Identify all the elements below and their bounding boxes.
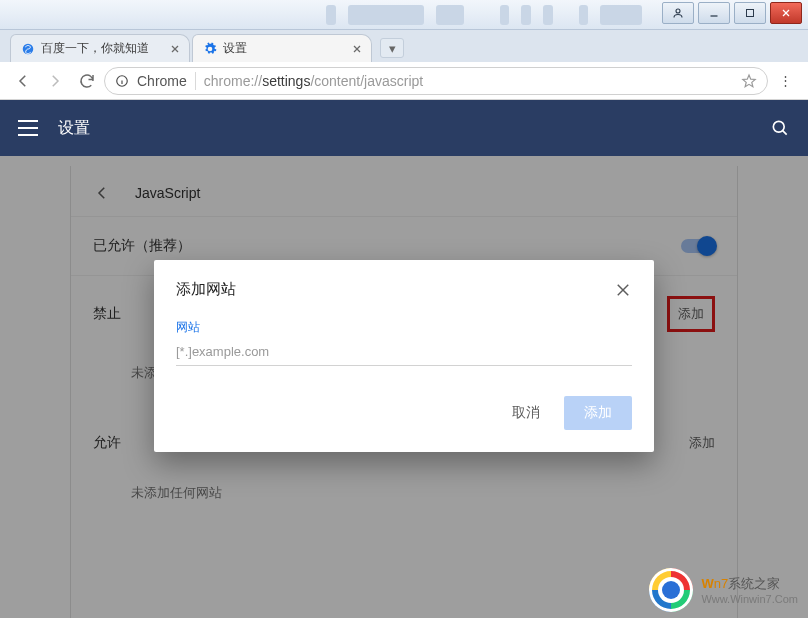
settings-title: 设置 <box>58 118 90 139</box>
windows-minimize-button[interactable] <box>698 2 730 24</box>
browser-tabstrip: 百度一下，你就知道 设置 ▾ <box>0 30 808 62</box>
tab-title: 设置 <box>223 40 247 57</box>
hamburger-menu-icon[interactable] <box>18 120 38 136</box>
tab-title: 百度一下，你就知道 <box>41 40 149 57</box>
browser-toolbar: Chrome chrome://settings/content/javascr… <box>0 62 808 100</box>
settings-search-icon[interactable] <box>770 118 790 138</box>
windows-close-button[interactable] <box>770 2 802 24</box>
browser-tab-settings[interactable]: 设置 <box>192 34 372 62</box>
windows-user-button[interactable] <box>662 2 694 24</box>
baidu-favicon-icon <box>21 42 35 56</box>
site-url-input[interactable] <box>176 338 632 366</box>
content-area: 设置 JavaScript 已允许（推荐） 禁止 添加 未添加任何网站 <box>0 100 808 618</box>
omnibox-scheme-label: Chrome <box>137 73 187 89</box>
dialog-field-label: 网站 <box>176 319 632 336</box>
svg-point-13 <box>773 121 784 132</box>
windows-maximize-button[interactable] <box>734 2 766 24</box>
nav-back-button[interactable] <box>8 66 38 96</box>
svg-line-14 <box>783 131 787 135</box>
windows-titlebar <box>0 0 808 30</box>
other-windows-blur <box>0 0 648 30</box>
omnibox[interactable]: Chrome chrome://settings/content/javascr… <box>104 67 768 95</box>
omnibox-divider <box>195 72 196 90</box>
dialog-title: 添加网站 <box>176 280 236 299</box>
add-site-dialog: 添加网站 网站 取消 添加 <box>154 260 654 452</box>
browser-menu-button[interactable]: ⋮ <box>770 73 800 88</box>
close-tab-icon[interactable] <box>169 43 181 55</box>
gear-icon <box>203 42 217 56</box>
dialog-close-icon[interactable] <box>614 281 632 299</box>
info-icon <box>115 74 129 88</box>
dialog-cancel-button[interactable]: 取消 <box>502 396 550 430</box>
bookmark-star-icon[interactable] <box>741 73 757 89</box>
browser-tab-baidu[interactable]: 百度一下，你就知道 <box>10 34 190 62</box>
nav-reload-button[interactable] <box>72 66 102 96</box>
omnibox-url: chrome://settings/content/javascript <box>204 73 423 89</box>
dialog-confirm-button[interactable]: 添加 <box>564 396 632 430</box>
svg-rect-2 <box>747 10 754 17</box>
close-tab-icon[interactable] <box>351 43 363 55</box>
new-tab-button[interactable]: ▾ <box>380 38 404 58</box>
settings-appbar: 设置 <box>0 100 808 156</box>
svg-point-0 <box>676 9 680 13</box>
nav-forward-button[interactable] <box>40 66 70 96</box>
